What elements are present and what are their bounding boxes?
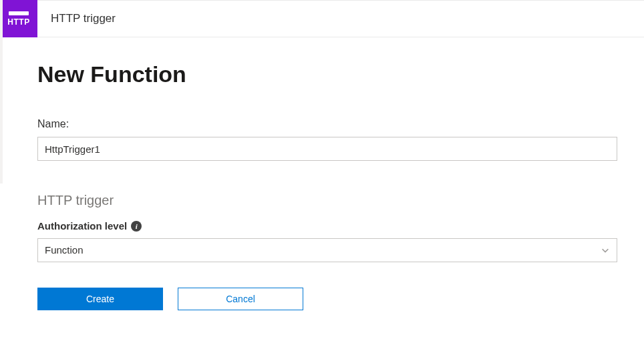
cancel-button[interactable]: Cancel: [178, 288, 303, 310]
create-button[interactable]: Create: [37, 288, 163, 310]
button-row: Create Cancel: [37, 288, 617, 310]
info-icon[interactable]: i: [131, 221, 142, 232]
auth-level-select[interactable]: Function: [37, 238, 617, 262]
http-trigger-icon: HTTP: [0, 0, 37, 37]
chevron-down-icon: [601, 246, 610, 255]
page-header: HTTP HTTP trigger: [0, 0, 644, 37]
page-title: New Function: [37, 61, 617, 87]
name-input[interactable]: [37, 137, 617, 161]
auth-label-text: Authorization level: [37, 220, 127, 232]
auth-level-value: Function: [45, 239, 84, 262]
section-title: HTTP trigger: [37, 193, 617, 208]
form-area: New Function Name: HTTP trigger Authoriz…: [0, 37, 644, 310]
http-badge-text: HTTP: [7, 17, 29, 27]
header-title: HTTP trigger: [37, 12, 116, 25]
left-rail: [0, 0, 3, 184]
name-label: Name:: [37, 118, 617, 130]
auth-level-label: Authorization level i: [37, 220, 617, 232]
